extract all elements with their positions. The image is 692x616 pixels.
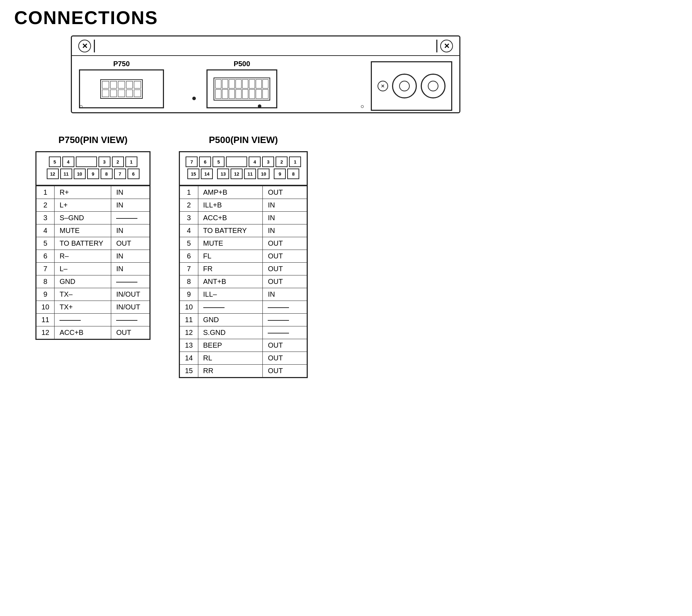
round-component-1 (392, 74, 417, 98)
p750-pin-dir: IN/OUT (111, 288, 150, 301)
p750-block: P750 (79, 60, 164, 108)
x-circle-right: ✕ (440, 40, 453, 52)
p500-pin-b1 (215, 89, 221, 99)
p500-pin-13: 13 (217, 169, 229, 179)
p500-pin-a1 (215, 79, 221, 89)
p750-table-row: 6 R– IN (36, 250, 150, 263)
p750-bottom-pin-row: 12 11 10 9 8 7 6 (42, 169, 144, 179)
p500-pin-signal (198, 301, 263, 314)
p500-pin-dir: OUT (263, 186, 307, 199)
p750-table-row: 9 TX– IN/OUT (36, 288, 150, 301)
x-circle-component: ✕ (378, 81, 388, 91)
p500-pin-num: 11 (180, 314, 198, 326)
round-component-2 (421, 74, 446, 98)
p750-pin-signal: S–GND (55, 212, 111, 224)
p500-pin-num: 5 (180, 237, 198, 250)
p500-bottom-pin-row: 15 14 13 12 11 10 9 8 (186, 169, 301, 179)
p500-pin-num: 2 (180, 199, 198, 212)
p500-pin-num: 4 (180, 224, 198, 237)
p500-pin-8: 8 (287, 169, 299, 179)
corner-dot-left (80, 105, 83, 108)
p750-pin-10: 10 (74, 169, 86, 179)
p500-pin-num: 15 (180, 365, 198, 378)
p750-pin-signal: MUTE (55, 224, 111, 237)
p500-pin-15: 15 (187, 169, 199, 179)
p500-pin-dir: OUT (263, 339, 307, 352)
unit-corner-right: ✕ (436, 40, 453, 52)
p750-pin-signal: L+ (55, 199, 111, 212)
p750-pin-b4 (126, 90, 133, 97)
p750-pin-a5 (134, 81, 141, 89)
p750-pin-signal: TX+ (55, 301, 111, 314)
p750-pin-a4 (126, 81, 133, 89)
p500-pin-num: 6 (180, 250, 198, 263)
unit-diagram: ✕ ✕ P750 (71, 35, 460, 113)
p750-pin-1: 1 (125, 156, 137, 167)
p750-table-row: 12 ACC+B OUT (36, 326, 150, 340)
p750-pin-gap (76, 156, 97, 167)
p750-pin-signal: R+ (55, 186, 111, 199)
p750-pin-b5 (134, 90, 141, 97)
p750-pin-signal: TO BATTERY (55, 237, 111, 250)
p750-pin-b1 (102, 90, 109, 97)
p500-pin-dir: OUT (263, 250, 307, 263)
p500-table-row: 12 S.GND (180, 326, 307, 339)
p500-table: 1 AMP+B OUT 2 ILL+B IN 3 ACC+B IN 4 TO B… (179, 186, 308, 378)
p500-pin-signal: RL (198, 352, 263, 365)
p500-pin-num: 10 (180, 301, 198, 314)
p750-pin-num: 7 (36, 263, 55, 275)
p500-pin-b2 (222, 89, 228, 99)
p500-table-row: 7 FR OUT (180, 263, 307, 275)
p500-unit-label: P500 (234, 60, 250, 68)
p500-table-row: 8 ANT+B OUT (180, 275, 307, 288)
p500-pin-2: 2 (276, 156, 288, 167)
p500-table-row: 5 MUTE OUT (180, 237, 307, 250)
p500-table-row: 4 TO BATTERY IN (180, 224, 307, 237)
p750-pin-dir (111, 212, 150, 224)
p750-table-row: 8 GND (36, 275, 150, 288)
p500-table-row: 6 FL OUT (180, 250, 307, 263)
right-col1: ✕ (378, 81, 388, 91)
p750-pin-signal: R– (55, 250, 111, 263)
unit-connectors-area: P750 P500 (72, 56, 459, 112)
p750-pin-6: 6 (127, 169, 140, 179)
p500-pin-signal: MUTE (198, 237, 263, 250)
p500-section: P500(PIN VIEW) 7 6 5 4 3 2 1 15 14 13 12 (179, 135, 308, 378)
p500-connector-diagram (206, 69, 277, 108)
corner-dot-right (361, 105, 364, 108)
p500-pin-9: 9 (274, 169, 286, 179)
p750-pin-num: 5 (36, 237, 55, 250)
right-component-block: ✕ (371, 61, 452, 111)
p750-table-row: 7 L– IN (36, 263, 150, 275)
page-title: CONNECTIONS (14, 7, 678, 28)
p750-pin-dir: IN (111, 224, 150, 237)
p750-pin-signal: TX– (55, 288, 111, 301)
p750-pin-9: 9 (87, 169, 99, 179)
p500-pin-dir (263, 326, 307, 339)
p500-pin-signal: GND (198, 314, 263, 326)
p500-pin-dir: OUT (263, 263, 307, 275)
p500-pin-a2 (222, 79, 228, 89)
p500-table-row: 3 ACC+B IN (180, 212, 307, 224)
p500-pin-num: 7 (180, 263, 198, 275)
p500-pin-a4 (236, 79, 242, 89)
p750-pin-grid (100, 79, 143, 99)
p750-pin-num: 8 (36, 275, 55, 288)
p500-pin-12: 12 (231, 169, 243, 179)
p750-table-row: 1 R+ IN (36, 186, 150, 199)
p750-pin-dir: OUT (111, 326, 150, 340)
p500-pin-b7 (256, 89, 262, 99)
p500-pin-3: 3 (262, 156, 274, 167)
p500-pin-num: 1 (180, 186, 198, 199)
p500-pin-a6 (249, 79, 255, 89)
p750-section: P750(PIN VIEW) 5 4 3 2 1 12 11 10 9 8 7 … (35, 135, 151, 378)
p500-pin-11: 11 (244, 169, 256, 179)
p500-pin-signal: S.GND (198, 326, 263, 339)
p500-pin-a3 (229, 79, 235, 89)
p750-pin-11: 11 (60, 169, 72, 179)
p750-pin-7: 7 (114, 169, 126, 179)
p750-pin-diagram: 5 4 3 2 1 12 11 10 9 8 7 6 (35, 151, 151, 186)
p500-pin-b5 (242, 89, 248, 99)
p750-pin-signal: GND (55, 275, 111, 288)
p750-pin-dir: IN (111, 250, 150, 263)
